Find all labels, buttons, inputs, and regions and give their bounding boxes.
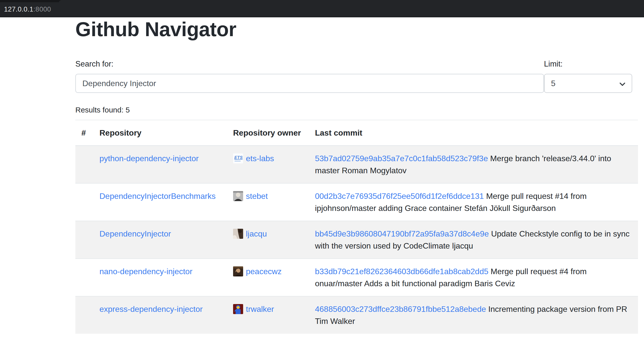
column-header-index: # [75, 120, 93, 146]
row-index-cell [75, 221, 93, 259]
table-row: python-dependency-injector ETS ets-labs [75, 146, 638, 183]
commit-hash-link[interactable]: 00d2b3c7e76935d76f25ee50f6d1f2ef6ddce131 [315, 192, 484, 201]
owner-link[interactable]: ljacqu [246, 228, 267, 240]
row-index-cell [75, 259, 93, 296]
search-field-group: Search for: [75, 58, 544, 93]
page-body: Github Navigator Search for: Limit: 5 Re… [0, 17, 644, 334]
limit-select[interactable]: 5 [544, 74, 632, 93]
repo-link[interactable]: python-dependency-injector [99, 154, 199, 163]
search-label: Search for: [75, 58, 544, 70]
browser-tab-corner [59, 0, 644, 4]
chevron-down-icon [619, 80, 626, 88]
avatar-ets-labs-logo: ETS [233, 153, 243, 163]
owner-link[interactable]: trwalker [246, 303, 274, 315]
table-row: express-dependency-injector trwalker [75, 296, 638, 334]
owner-link[interactable]: peacecwz [246, 265, 282, 277]
avatar-trwalker-photo [233, 304, 243, 314]
repo-link[interactable]: nano-dependency-injector [99, 267, 192, 276]
owner-link[interactable]: ets-labs [246, 152, 274, 164]
browser-address-bar: 127.0.0.1:8000 [0, 0, 644, 17]
repo-link[interactable]: express-dependency-injector [99, 305, 203, 314]
limit-field-group: Limit: 5 [544, 58, 632, 93]
limit-select-value: 5 [551, 79, 556, 88]
results-summary: Results found: 5 [75, 104, 638, 116]
commit-hash-link[interactable]: 53b7ad02759e9ab35a7e7c0c1fab58d523c79f3e [315, 154, 488, 163]
commit-hash-link[interactable]: b33db79c21ef8262364603db66dfe1ab8cab2dd5 [315, 267, 488, 276]
url-port: :8000 [33, 6, 51, 13]
repo-link[interactable]: DependencyInjector [99, 229, 171, 238]
search-input[interactable] [75, 74, 544, 93]
table-row: DependencyInjectorBenchmarks stebet [75, 183, 638, 221]
table-header-row: # Repository Repository owner Last commi… [75, 120, 638, 146]
page-title: Github Navigator [75, 17, 638, 41]
row-index-cell [75, 146, 93, 183]
avatar-peacecwz-photo [233, 266, 243, 276]
search-form: Search for: Limit: 5 [75, 58, 638, 93]
avatar-stebet-photo [233, 191, 243, 201]
commit-hash-link[interactable]: bb45d9e3b98608047190bf72a95fa9a37d8c4e9e [315, 229, 489, 238]
avatar-ljacqu-photo [233, 229, 243, 239]
url-text[interactable]: 127.0.0.1:8000 [4, 5, 51, 13]
table-row: nano-dependency-injector peacecwz [75, 259, 638, 296]
column-header-owner: Repository owner [227, 120, 309, 146]
owner-link[interactable]: stebet [246, 190, 268, 202]
url-host: 127.0.0.1 [4, 6, 33, 13]
svg-text:ETS: ETS [234, 155, 243, 160]
commit-hash-link[interactable]: 468856003c273dffce23b86791fbbe512a8ebede [315, 305, 486, 314]
limit-label: Limit: [544, 58, 632, 70]
results-table: # Repository Repository owner Last commi… [75, 120, 638, 334]
row-index-cell [75, 296, 93, 334]
table-row: DependencyInjector ljacqu [75, 221, 638, 259]
repo-link[interactable]: DependencyInjectorBenchmarks [99, 192, 216, 201]
row-index-cell [75, 183, 93, 221]
column-header-repository: Repository [93, 120, 227, 146]
column-header-last-commit: Last commit [309, 120, 638, 146]
content-container: Github Navigator Search for: Limit: 5 Re… [75, 17, 638, 334]
